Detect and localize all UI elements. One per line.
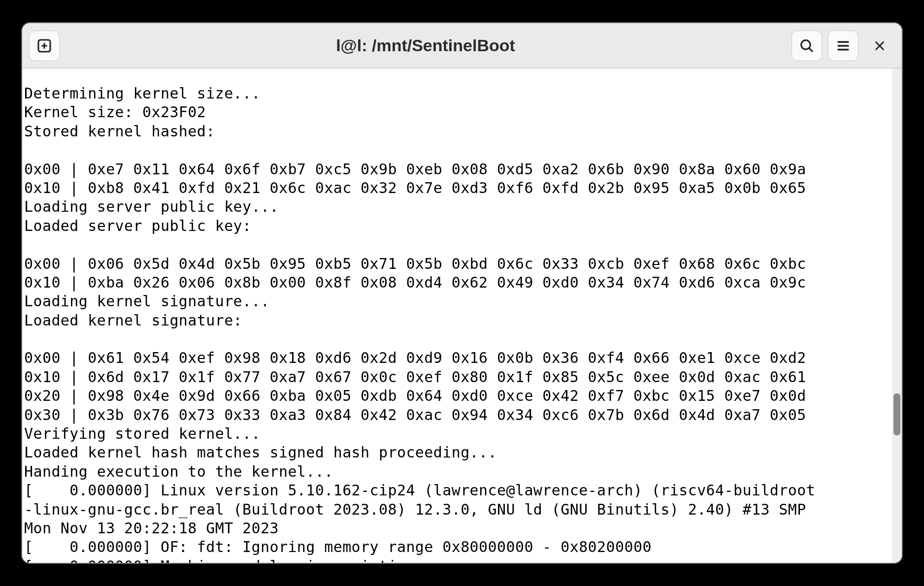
hamburger-icon: [835, 37, 852, 54]
svg-point-3: [801, 40, 810, 49]
new-tab-icon: [36, 37, 53, 54]
search-button[interactable]: [792, 31, 822, 61]
scrollbar-track[interactable]: [892, 68, 902, 564]
close-icon: [873, 39, 887, 53]
terminal-window: l@l: /mnt/SentinelBoot: [21, 22, 903, 564]
titlebar[interactable]: l@l: /mnt/SentinelBoot: [22, 23, 902, 68]
terminal-output[interactable]: Determining kernel size... Kernel size: …: [22, 83, 892, 564]
svg-line-4: [809, 48, 813, 52]
search-icon: [798, 37, 815, 54]
close-button[interactable]: [864, 31, 895, 61]
desktop-background: l@l: /mnt/SentinelBoot: [0, 0, 924, 586]
window-title: l@l: /mnt/SentinelBoot: [65, 36, 787, 55]
new-tab-button[interactable]: [29, 31, 60, 61]
titlebar-right-controls: [792, 31, 895, 61]
menu-button[interactable]: [828, 31, 858, 61]
terminal-area: Determining kernel size... Kernel size: …: [22, 68, 902, 564]
scrollbar-thumb[interactable]: [893, 393, 900, 435]
